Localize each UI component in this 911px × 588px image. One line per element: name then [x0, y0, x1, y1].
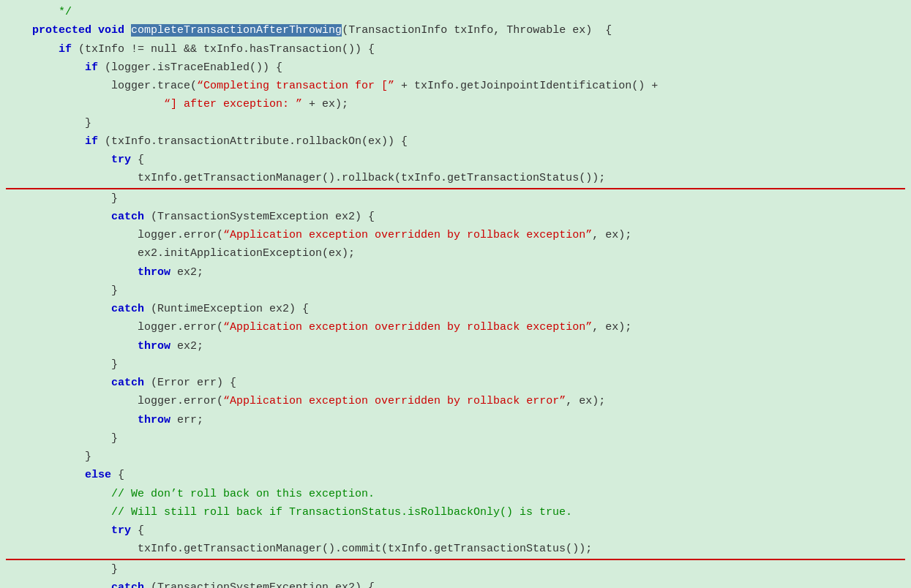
line-text: logger.error(“Application exception over… [0, 319, 631, 336]
code-line: */ [0, 3, 911, 21]
code-line: logger.error(“Application exception over… [0, 318, 911, 336]
code-line: if (txInfo != null && txInfo.hasTransact… [0, 40, 911, 59]
line-text: // Will still roll back if TransactionSt… [0, 504, 572, 521]
code-line: else { [0, 466, 911, 484]
line-text: if (txInfo != null && txInfo.hasTransact… [0, 41, 375, 58]
code-line: logger.error(“Application exception over… [0, 392, 911, 410]
line-text: } [0, 356, 118, 373]
line-text: txInfo.getTransactionManager().rollback(… [0, 170, 605, 186]
code-line: txInfo.getTransactionManager().rollback(… [0, 169, 911, 187]
line-text: } [0, 561, 118, 578]
line-text: if (txInfo.transactionAttribute.rollback… [0, 133, 408, 150]
line-text: else { [0, 467, 124, 483]
line-text: try { [0, 151, 144, 168]
line-text: catch (RuntimeException ex2) { [0, 301, 309, 317]
line-text: logger.error(“Application exception over… [0, 227, 631, 244]
code-line: } [0, 282, 911, 300]
line-text: // We don’t roll back on this exception. [0, 486, 375, 502]
line-text: logger.error(“Application exception over… [0, 393, 605, 410]
code-line: txInfo.getTransactionManager().commit(tx… [0, 540, 911, 558]
line-text: logger.trace(“Completing transaction for… [0, 78, 658, 94]
code-line: } [0, 355, 911, 374]
code-line: if (txInfo.transactionAttribute.rollback… [0, 132, 911, 151]
code-line: ex2.initApplicationException(ex); [0, 244, 911, 263]
line-text: catch (TransactionSystemException ex2) { [0, 579, 375, 588]
code-line: catch (RuntimeException ex2) { [0, 300, 911, 318]
code-line: catch (TransactionSystemException ex2) { [0, 578, 911, 588]
line-text: ex2.initApplicationException(ex); [0, 245, 355, 262]
code-line: } [0, 448, 911, 466]
code-line: throw err; [0, 411, 911, 429]
code-line: protected void completeTransactionAfterT… [0, 21, 911, 39]
line-text: } [0, 430, 118, 447]
code-line: logger.error(“Application exception over… [0, 226, 911, 244]
line-text: } [0, 448, 91, 465]
line-text: catch (Error err) { [0, 374, 236, 391]
code-line: } [0, 114, 911, 132]
code-line: try { [0, 151, 911, 169]
line-text: } [0, 190, 118, 207]
code-line: // Will still roll back if TransactionSt… [0, 503, 911, 521]
code-line: try { [0, 521, 911, 540]
code-line: } [0, 189, 911, 208]
line-text: txInfo.getTransactionManager().commit(tx… [0, 540, 592, 557]
code-line: } [0, 429, 911, 448]
code-line: “] after exception: ” + ex); [0, 95, 911, 113]
code-line: // We don’t roll back on this exception. [0, 485, 911, 503]
code-line: } [0, 560, 911, 578]
code-line: catch (Error err) { [0, 374, 911, 392]
code-line: logger.trace(“Completing transaction for… [0, 77, 911, 95]
line-text: protected void completeTransactionAfterT… [0, 22, 612, 39]
line-text: throw err; [0, 412, 203, 429]
code-line: throw ex2; [0, 337, 911, 355]
line-text: throw ex2; [0, 338, 203, 355]
line-text: “] after exception: ” + ex); [0, 96, 348, 113]
line-text: } [0, 115, 91, 132]
line-text: } [0, 282, 118, 299]
code-line: throw ex2; [0, 263, 911, 282]
code-line: catch (TransactionSystemException ex2) { [0, 208, 911, 226]
line-text: throw ex2; [0, 264, 203, 281]
line-text: try { [0, 522, 144, 539]
line-text: */ [0, 4, 72, 20]
line-text: catch (TransactionSystemException ex2) { [0, 208, 375, 225]
line-text: if (logger.isTraceEnabled()) { [0, 59, 282, 76]
code-container: */ protected void completeTransactionAft… [0, 0, 911, 588]
code-line: if (logger.isTraceEnabled()) { [0, 59, 911, 77]
